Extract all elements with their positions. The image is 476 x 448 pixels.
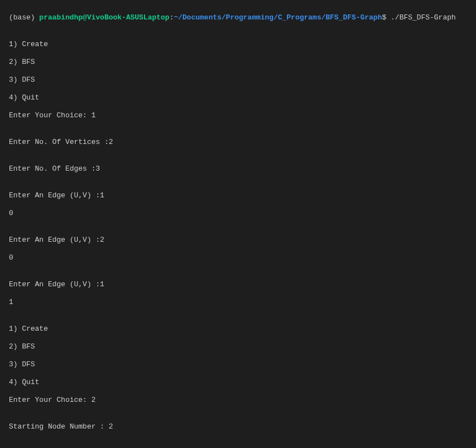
terminal-output[interactable]: (base) praabindhp@VivoBook-ASUSLaptop:~/… — [9, 4, 467, 448]
output-line: Starting Node Number : 2 — [9, 422, 467, 431]
output-line: Enter Your Choice: 1 — [9, 111, 467, 120]
output-line: 1) Create — [9, 325, 467, 333]
output-line: 1 — [9, 298, 467, 307]
output-line: Enter An Edge (U,V) :1 — [9, 280, 467, 289]
output-line: 4) Quit — [9, 93, 467, 102]
output-line: Enter Your Choice: 2 — [9, 396, 467, 405]
cwd-path: ~/Documents/Programming/C_Programs/BFS_D… — [173, 13, 381, 22]
output-line: 4) Quit — [9, 378, 467, 387]
output-line: 2) BFS — [9, 342, 467, 351]
output-line: Enter No. Of Vertices :2 — [9, 138, 467, 147]
output-line: Enter An Edge (U,V) :1 — [9, 191, 467, 200]
output-line: Enter No. Of Edges :3 — [9, 165, 467, 173]
prompt-symbol: $ — [382, 13, 391, 22]
user-host: praabindhp@VivoBook-ASUSLaptop — [39, 13, 170, 22]
output-line: 1) Create — [9, 40, 467, 49]
output-line: 3) DFS — [9, 360, 467, 369]
command-text: ./BFS_DFS-Graph — [391, 13, 456, 22]
prompt-line-1: (base) praabindhp@VivoBook-ASUSLaptop:~/… — [9, 13, 467, 22]
output-line: 0 — [9, 253, 467, 262]
output-line: 2) BFS — [9, 58, 467, 67]
env-prefix: (base) — [9, 13, 39, 22]
output-line: 0 — [9, 209, 467, 218]
output-line: Enter An Edge (U,V) :2 — [9, 236, 467, 245]
output-line: 3) DFS — [9, 76, 467, 84]
